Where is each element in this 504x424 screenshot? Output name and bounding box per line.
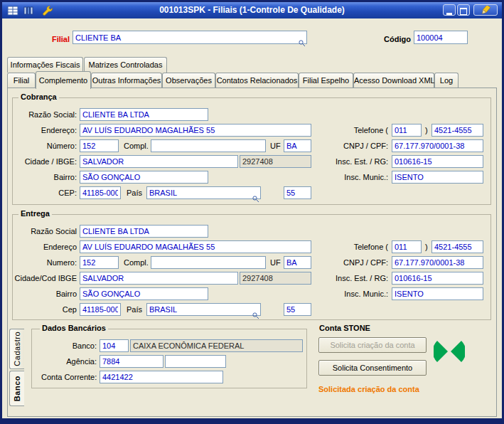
window-title: 001013SPK - Filiais (1-Controle De Quali… [0,5,504,15]
cobranca-group-title: Cobrança [18,92,59,101]
tab-log[interactable]: Log [434,73,459,88]
cobranca-pais-label: País [127,187,145,198]
cobranca-cnpj-label: CNPJ / CPF: [317,140,388,152]
agencia-input[interactable] [100,355,163,368]
entrega-telefone-input[interactable] [431,240,483,253]
entrega-compl-input[interactable] [151,256,266,269]
entrega-endereco-input[interactable] [80,240,311,253]
cobranca-pais-input[interactable] [146,186,261,199]
tab-filial[interactable]: Filial [7,73,36,88]
tab-informacoes-fiscais[interactable]: Informações Fiscais [7,57,83,73]
cobranca-cidade-input[interactable] [80,155,238,168]
entrega-ddi-input[interactable] [284,303,311,316]
entrega-insc-mun-input[interactable] [392,287,483,300]
banco-label: Banco: [41,340,97,351]
codigo-input[interactable] [414,31,468,44]
cobranca-cep-label: CEP: [14,187,77,198]
magnifier-icon[interactable] [299,37,306,50]
entrega-ibge-field [240,272,311,285]
entrega-bairro-label: Bairro [14,288,77,300]
entrega-insc-mun-label: Insc. Munic.: [317,288,388,300]
sidetab-banco[interactable]: Banco [9,371,24,406]
banco-codigo-input[interactable] [100,339,129,352]
entrega-cnpj-label: CNPJ / CPF: [317,257,388,268]
entrega-numero-label: Numero: [14,257,77,268]
tab-matrizes-controladas[interactable]: Matrizes Controladas [84,57,167,73]
agencia-label: Agência: [41,356,97,367]
entrega-pais-input[interactable] [146,303,261,316]
cobranca-razao-social-label: Razão Social: [14,109,77,120]
cobranca-cnpj-input[interactable] [392,139,483,152]
entrega-cep-input[interactable] [80,303,121,316]
entrega-uf-input[interactable] [284,256,311,269]
conta-corrente-input[interactable] [100,371,223,383]
magnifier-icon[interactable] [252,193,259,206]
cobranca-cep-input[interactable] [80,186,121,199]
cobranca-ibge-field [240,155,311,168]
tab-filial-espelho[interactable]: Filial Espelho [299,73,353,88]
cobranca-bairro-input[interactable] [80,171,208,184]
entrega-group-title: Entrega [18,209,52,218]
entrega-razao-social-label: Razão Social [14,226,77,237]
maximize-button[interactable] [457,4,470,16]
edit-button[interactable] [473,4,498,16]
entrega-uf-label: UF [270,257,282,268]
conta-stone-title: Conta STONE [317,324,372,332]
entrega-insc-est-input[interactable] [392,272,483,285]
cobranca-insc-mun-input[interactable] [392,171,483,184]
solicita-consentimento-button[interactable]: Solicita Consentimento [318,360,427,376]
tab-complemento[interactable]: Complemento [36,71,91,89]
entrega-numero-input[interactable] [80,256,119,269]
pencil-icon [478,5,493,17]
maximize-icon [460,8,467,15]
cobranca-insc-mun-label: Insc. Munic.: [317,171,388,183]
filial-label: Filial [34,33,70,45]
entrega-razao-social-input[interactable] [80,225,208,238]
cobranca-uf-label: UF [270,140,282,152]
entrega-cidade-ibge-label: Cidade/Cod IBGE [14,272,77,284]
banco-nome-field [130,339,303,352]
cobranca-endereco-input[interactable] [80,124,311,137]
cobranca-paren-label: ) [425,124,431,136]
entrega-insc-est-label: Insc. Est. / RG: [317,272,388,284]
filial-input[interactable] [73,31,307,44]
entrega-cidade-input[interactable] [80,272,238,285]
conta-corrente-label: Conta Corrente: [41,371,97,383]
cobranca-ddi-input[interactable] [284,186,311,199]
entrega-telefone-label: Telefone ( [317,241,388,253]
cobranca-numero-input[interactable] [80,139,119,152]
sidetab-cadastro[interactable]: Cadastro [9,329,24,369]
tab-observacoes[interactable]: Observações [162,73,215,88]
entrega-cnpj-input[interactable] [392,256,483,269]
app-window: 001013SPK - Filiais (1-Controle De Quali… [0,0,504,424]
entrega-pais-label: País [127,304,145,315]
cobranca-ddd-input[interactable] [392,124,422,137]
entrega-bairro-input[interactable] [80,287,208,300]
magnifier-icon[interactable] [252,309,259,322]
cobranca-uf-input[interactable] [284,139,311,152]
minimize-button[interactable] [443,4,456,16]
dados-bancarios-title: Dados Bancários [40,324,108,332]
cobranca-telefone-label: Telefone ( [317,124,388,136]
sidetab-banco-label: Banco [13,376,21,401]
tab-contatos-relacionados[interactable]: Contatos Relacionados [215,73,299,88]
cobranca-bairro-label: Bairro: [14,171,77,183]
stone-status-text: Solicitada criação da conta [318,385,419,393]
cobranca-telefone-input[interactable] [431,124,483,137]
tab-acesso-download-xml[interactable]: Acesso Download XML [353,73,434,88]
cobranca-compl-input[interactable] [151,139,266,152]
cobranca-compl-label: Compl. [124,140,148,152]
entrega-ddd-input[interactable] [392,240,422,253]
entrega-compl-label: Compl. [124,257,148,268]
entrega-endereco-label: Endereço [14,241,77,253]
stone-arrows-icon [434,336,465,369]
cobranca-razao-social-input[interactable] [80,108,208,121]
agencia-compl-input[interactable] [165,355,226,368]
tab-outras-informacoes[interactable]: Outras Informações [91,73,162,88]
entrega-paren-label: ) [425,241,431,253]
minimize-icon [446,13,452,15]
cobranca-numero-label: Número: [14,140,77,152]
solicita-criacao-button: Solicita criação da conta [318,337,427,353]
cobranca-insc-est-input[interactable] [392,155,483,168]
cobranca-insc-est-label: Insc. Est. / RG: [317,156,388,167]
